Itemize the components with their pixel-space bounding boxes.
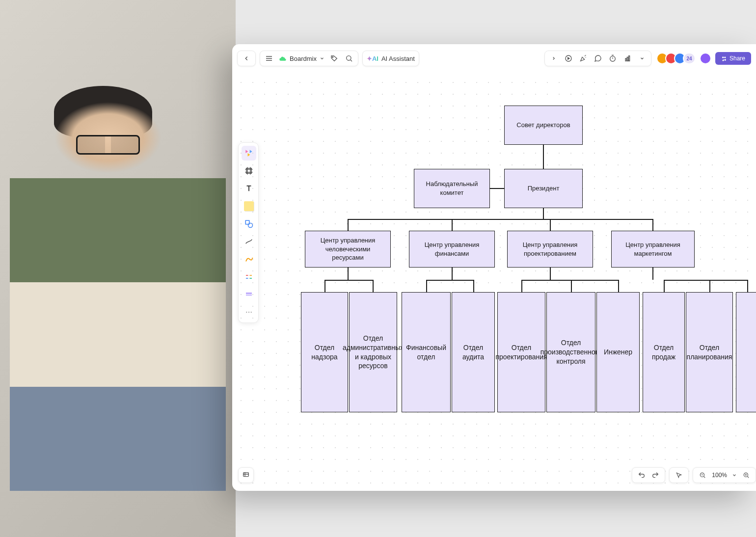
presenter-photo [0,0,236,537]
tag-button[interactable] [329,54,339,63]
comment-button[interactable] [593,54,603,63]
top-bar: Boardmix ✦AI AI Assistant [237,49,751,68]
conn [348,219,349,231]
avatar-count[interactable]: 24 [683,53,696,64]
back-group [237,51,256,66]
ai-logo-icon: ✦AI [367,55,378,62]
conn [490,188,504,189]
node-center-fin[interactable]: Центр управления финансами [409,231,495,268]
zoom-in-button[interactable] [742,471,751,480]
conn [473,280,474,292]
svg-rect-11 [625,58,626,61]
zoom-value[interactable]: 100% [712,472,727,479]
node-dept-sales[interactable]: Отдел продаж [643,292,685,412]
undo-button[interactable] [637,471,646,480]
conn [348,219,653,220]
conn [324,280,325,292]
conn [452,268,453,280]
node-center-eng[interactable]: Центр управления проектированием [507,231,593,268]
node-dept-admin-hr[interactable]: Отдел административных и кадровых ресурс… [349,292,397,412]
menu-button[interactable] [264,54,274,63]
conn [709,280,710,292]
conn [664,280,747,281]
app-window: Boardmix ✦AI AI Assistant [232,44,756,491]
present-button[interactable] [564,54,573,63]
more-tools-button[interactable] [637,54,647,63]
conn [426,280,473,281]
back-button[interactable] [242,54,251,63]
chart-button[interactable] [622,54,632,63]
node-dept-supervision[interactable]: Отдел надзора [301,292,348,412]
node-center-mkt[interactable]: Центр управления маркетингом [611,231,695,268]
conn [521,280,618,281]
svg-marker-7 [568,57,569,59]
timer-button[interactable] [608,54,618,63]
node-dept-audit[interactable]: Отдел аудита [452,292,495,412]
share-button[interactable]: Share [715,52,751,65]
node-committee[interactable]: Наблюдательный комитет [414,169,490,208]
node-dept-planning[interactable]: Отдел планирования [686,292,733,412]
celebrate-button[interactable] [578,54,588,63]
conn [550,268,551,280]
svg-line-35 [747,476,749,478]
bottom-right-controls: 100% [632,467,756,483]
ai-group[interactable]: ✦AI AI Assistant [362,51,419,66]
expand-button[interactable] [549,54,559,63]
ai-label: AI Assistant [381,55,415,62]
conn [652,268,653,280]
conn [452,219,453,231]
conn [618,280,619,292]
zoom-group: 100% [693,467,756,483]
conn [543,208,544,219]
redo-button[interactable] [651,471,660,480]
node-dept-prod-ctrl[interactable]: Отдел производственного контроля [546,292,595,412]
svg-point-8 [610,56,616,61]
avatar-me[interactable] [700,53,711,64]
conn [543,145,544,169]
cursor-group [669,467,689,483]
svg-rect-12 [627,57,628,61]
share-label: Share [729,55,745,62]
zoom-out-button[interactable] [698,471,707,480]
svg-point-4 [347,56,351,60]
chevron-down-icon [732,473,737,478]
board-title[interactable]: Boardmix [279,55,324,62]
node-dept-design[interactable]: Отдел проектирования [497,292,545,412]
conn [521,280,522,292]
node-dept-finance[interactable]: Финансовый отдел [402,292,451,412]
title-group: Boardmix [260,51,358,66]
conn [571,280,572,292]
conn [652,219,653,231]
svg-rect-13 [629,56,630,61]
svg-line-5 [351,60,352,61]
chevron-down-icon [320,56,324,61]
cloud-sync-icon [279,55,287,61]
svg-line-32 [704,476,705,478]
node-board[interactable]: Совет директоров [504,106,583,145]
share-icon [721,55,727,61]
conn [373,280,374,292]
conn [426,280,427,292]
svg-point-3 [332,56,333,57]
conn [550,219,551,231]
undo-redo-group [632,467,665,483]
node-dept-partial[interactable] [736,292,756,412]
layers-button[interactable] [238,467,254,483]
conn [348,268,349,280]
conn [664,280,665,292]
canvas[interactable]: Совет директоров Наблюдательный комитет … [232,74,756,491]
node-president[interactable]: Президент [504,169,583,208]
board-title-text: Boardmix [290,55,317,62]
right-tools-group [544,51,651,66]
cursor-button[interactable] [675,471,683,480]
presenter-glasses [76,135,140,155]
conn [747,280,748,292]
node-center-hr[interactable]: Центр управления человеческими ресурсами [305,231,391,268]
node-dept-engineer[interactable]: Инженер [596,292,640,412]
search-button[interactable] [344,54,354,63]
collaborators: 24 [659,53,711,64]
conn [324,280,373,281]
svg-rect-28 [243,473,249,477]
